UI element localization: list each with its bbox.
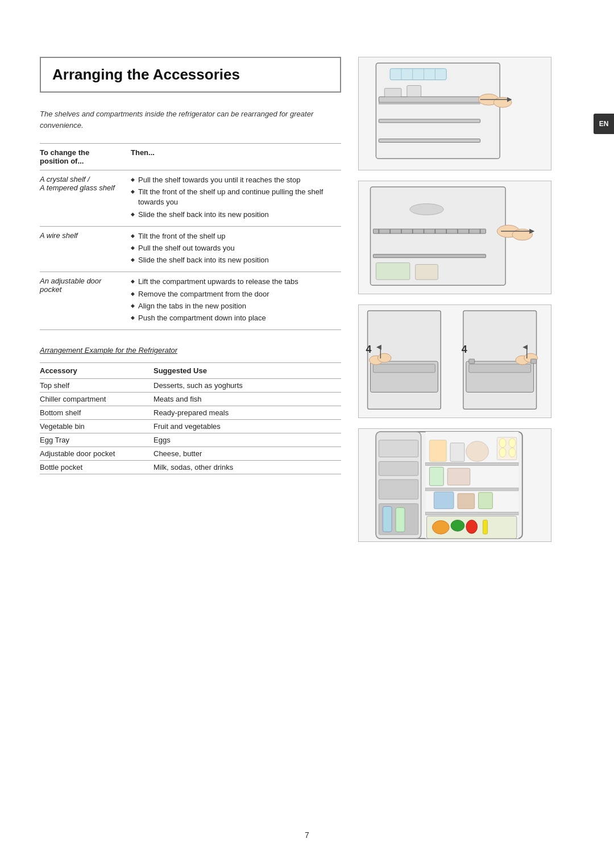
item-name: An adjustable door pocket xyxy=(40,272,131,330)
accessory-name: Bottle pocket xyxy=(40,461,154,474)
svg-point-70 xyxy=(451,520,464,531)
svg-rect-64 xyxy=(450,443,464,462)
item-steps: Lift the compartment upwards to release … xyxy=(131,272,341,330)
page-title: Arranging the Accessories xyxy=(52,66,329,84)
accessory-name: Top shelf xyxy=(40,379,154,393)
step-item: Align the tabs in the new position xyxy=(131,301,335,311)
accessory-use: Eggs xyxy=(154,433,341,447)
svg-rect-62 xyxy=(426,512,518,515)
svg-rect-33 xyxy=(376,263,409,280)
illustration-1 xyxy=(358,57,551,170)
instructions-table: To change theposition of... Then... A cr… xyxy=(40,143,341,330)
accessory-name: Egg Tray xyxy=(40,433,154,447)
illustration-4 xyxy=(358,428,551,542)
svg-rect-57 xyxy=(383,507,392,532)
item-name: A crystal shelf /A tempered glass shelf xyxy=(40,170,131,227)
intro-text: The shelves and compartments inside the … xyxy=(40,108,341,131)
item-steps: Tilt the front of the shelf up Pull the … xyxy=(131,226,341,272)
step-item: Tilt the front of the shelf up and conti… xyxy=(131,187,335,207)
svg-rect-63 xyxy=(429,440,446,462)
list-item: Vegetable bin Fruit and vegetables xyxy=(40,420,341,433)
svg-point-31 xyxy=(512,229,533,240)
accessory-use: Milk, sodas, other drinks xyxy=(154,461,341,474)
svg-point-78 xyxy=(509,439,516,448)
step-item: Push the compartment down into place xyxy=(131,313,335,323)
svg-rect-50 xyxy=(531,359,537,364)
list-item: Egg Tray Eggs xyxy=(40,433,341,447)
step-item: Tilt the front of the shelf up xyxy=(131,231,335,241)
svg-point-77 xyxy=(499,439,506,448)
accessory-name: Vegetable bin xyxy=(40,420,154,433)
svg-rect-55 xyxy=(379,479,418,499)
accessory-table: Accessory Suggested Use Top shelf Desser… xyxy=(40,362,341,474)
accessory-name: Bottom shelf xyxy=(40,406,154,420)
list-item: Adjustable door pocket Cheese, butter xyxy=(40,447,341,461)
step-item: Slide the shelf back into its new positi… xyxy=(131,210,335,220)
list-item: Top shelf Desserts, such as yoghurts xyxy=(40,379,341,393)
accessory-use: Cheese, butter xyxy=(154,447,341,461)
svg-point-69 xyxy=(432,520,449,534)
illustration-3: 4 4 xyxy=(358,304,551,418)
svg-rect-10 xyxy=(390,69,446,80)
svg-rect-66 xyxy=(429,467,443,486)
svg-point-65 xyxy=(466,441,489,462)
col-header-then: Then... xyxy=(131,144,341,170)
svg-rect-8 xyxy=(379,119,480,123)
svg-rect-4 xyxy=(407,86,421,97)
accessory-use: Ready-prepared meals xyxy=(154,406,341,420)
svg-rect-2 xyxy=(379,102,480,104)
step-item: Pull the shelf towards you until it reac… xyxy=(131,175,335,185)
svg-point-29 xyxy=(410,204,443,215)
svg-rect-58 xyxy=(396,508,405,532)
list-item: Bottle pocket Milk, sodas, other drinks xyxy=(40,461,341,474)
svg-rect-60 xyxy=(426,462,518,465)
svg-rect-3 xyxy=(384,88,401,97)
title-box: Arranging the Accessories xyxy=(40,57,341,93)
svg-rect-75 xyxy=(479,493,493,509)
page-container: EN Arranging the Accessories The shelves… xyxy=(0,0,614,868)
svg-rect-73 xyxy=(434,492,454,509)
page-number: 7 xyxy=(305,831,309,840)
accessory-use: Meats and fish xyxy=(154,393,341,406)
svg-rect-74 xyxy=(458,494,475,509)
accessory-name: Chiller compartment xyxy=(40,393,154,406)
svg-point-71 xyxy=(466,520,478,533)
col-header-accessory: Accessory xyxy=(40,363,154,379)
table-row: A wire shelf Tilt the front of the shelf… xyxy=(40,226,341,272)
step-item: Remove the compartment from the door xyxy=(131,289,335,299)
illustration-2 xyxy=(358,181,551,294)
col-header-change: To change theposition of... xyxy=(40,144,131,170)
table-row: A crystal shelf /A tempered glass shelf … xyxy=(40,170,341,227)
svg-text:4: 4 xyxy=(366,344,372,355)
col-header-use: Suggested Use xyxy=(154,363,341,379)
svg-point-6 xyxy=(493,97,512,107)
svg-point-39 xyxy=(377,353,391,362)
step-item: Lift the compartment upwards to release … xyxy=(131,277,335,287)
accessory-use: Fruit and vegetables xyxy=(154,420,341,433)
svg-rect-1 xyxy=(379,97,480,102)
step-item: Pull the shelf out towards you xyxy=(131,243,335,253)
svg-rect-27 xyxy=(373,254,486,258)
svg-rect-54 xyxy=(379,461,418,475)
svg-rect-49 xyxy=(469,359,475,364)
svg-rect-53 xyxy=(379,440,418,457)
step-item: Slide the shelf back into its new positi… xyxy=(131,255,335,265)
list-item: Chiller compartment Meats and fish xyxy=(40,393,341,406)
svg-rect-44 xyxy=(469,364,531,373)
right-column: 4 4 xyxy=(358,57,574,542)
accessory-name: Adjustable door pocket xyxy=(40,447,154,461)
svg-rect-37 xyxy=(373,364,435,373)
section-subtitle: Arrangement Example for the Refrigerator xyxy=(40,346,341,354)
accessory-use: Desserts, such as yoghurts xyxy=(154,379,341,393)
svg-rect-72 xyxy=(483,520,488,534)
svg-rect-9 xyxy=(379,139,480,143)
svg-rect-61 xyxy=(426,488,518,491)
item-name: A wire shelf xyxy=(40,226,131,272)
svg-point-79 xyxy=(499,448,506,457)
list-item: Bottom shelf Ready-prepared meals xyxy=(40,406,341,420)
language-badge: EN xyxy=(594,114,614,134)
svg-text:4: 4 xyxy=(462,344,467,355)
table-row: An adjustable door pocket Lift the compa… xyxy=(40,272,341,330)
svg-rect-34 xyxy=(416,265,438,280)
left-column: Arranging the Accessories The shelves an… xyxy=(40,57,341,474)
